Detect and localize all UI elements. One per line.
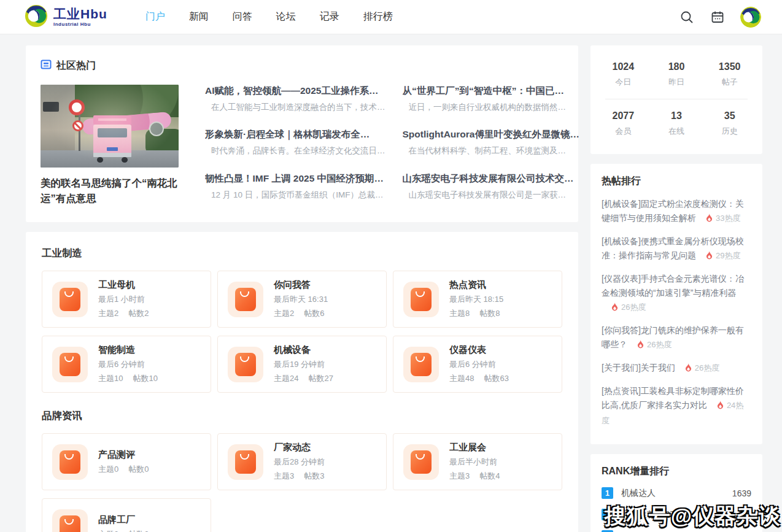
stat-history: 35 历史 (703, 107, 756, 143)
featured-image[interactable] (41, 85, 179, 168)
flame-icon (637, 339, 644, 353)
shopping-bag-icon (228, 444, 263, 480)
calendar-icon[interactable] (710, 9, 726, 25)
forum-card[interactable]: 产品测评 主题0帖数0 (42, 433, 211, 490)
article-item[interactable]: 从“世界工厂”到“智造中枢”：中国已… 近日，一则来自行业权威机构的数据悄然… (403, 85, 579, 118)
forum-card[interactable]: 仪器仪表 最后6 分钟前 主题48帖数63 (393, 336, 562, 393)
page: 工业Hbu Industrial Hbu 门户 新闻 问答 论坛 记录 排行榜 (0, 0, 782, 532)
shopping-bag-icon (403, 282, 439, 317)
nav-item-news[interactable]: 新闻 (189, 10, 209, 23)
flame-icon (717, 399, 724, 414)
hot-posts-rank-card: 热帖排行 [机械设备]固定式粉尘浓度检测仪：关键细节与使用须知全解析33热度 [… (590, 164, 762, 444)
nav-item-portal[interactable]: 门户 (145, 10, 165, 23)
shopping-bag-icon (52, 282, 88, 317)
forum-card[interactable]: 品牌工厂 主题0帖数0 (42, 498, 211, 532)
article-item[interactable]: 山东瑶安电子科技发展有限公司技术交… 山东瑶安电子科技发展有限公司是一家获… (403, 172, 579, 206)
image-light-glow (41, 85, 179, 168)
hot-post-item[interactable]: [机械设备]固定式粉尘浓度检测仪：关键细节与使用须知全解析33热度 (602, 197, 751, 226)
stat-posts: 1350 帖子 (703, 58, 756, 94)
nav-item-records[interactable]: 记录 (320, 10, 339, 23)
forum-card[interactable]: 机械设备 最后19 分钟前 主题24帖数27 (217, 336, 387, 393)
hot-post-item[interactable]: [机械设备]便携式重金属分析仪现场校准：操作指南与常见问题29热度 (602, 234, 751, 264)
community-hot-card: 社区热门 (26, 45, 578, 222)
forum-sections-card: 工业制造 工业母机 最后1 小时前 主题2帖数2 你 (26, 232, 578, 532)
rank-badge: 2 (602, 509, 613, 520)
hot-article-list: AI赋能，智控领航——2025工业操作系… 在人工智能与工业制造深度融合的当下，… (205, 85, 579, 206)
shopping-bag-icon (52, 444, 88, 480)
stat-online: 13 在线 (650, 107, 703, 143)
forum-card[interactable]: 热点资讯 最后昨天 18:15 主题8帖数8 (393, 271, 562, 328)
section-title-brand: 品牌资讯 (42, 409, 562, 423)
rank-row[interactable]: 2 品牌推荐9527 71 (602, 509, 751, 520)
search-icon[interactable] (679, 9, 695, 25)
forum-stats-card: 1024 今日 180 昨日 1350 帖子 2077 (590, 45, 762, 154)
forum-card[interactable]: 你问我答 最后昨天 16:31 主题2帖数6 (217, 271, 387, 328)
shopping-bag-icon (52, 509, 88, 532)
header-actions (679, 7, 761, 28)
rank-badge: 1 (602, 487, 613, 499)
flame-icon (685, 362, 692, 376)
shopping-bag-icon (52, 347, 88, 382)
nav-item-ranking[interactable]: 排行榜 (363, 10, 393, 23)
shopping-bag-icon (228, 347, 263, 382)
hot-rank-title: 热帖排行 (602, 175, 751, 188)
hot-post-item[interactable]: [关于我们]关于我们26热度 (602, 361, 751, 376)
flame-icon (706, 212, 713, 226)
nav-item-forum[interactable]: 论坛 (276, 10, 296, 23)
site-logo[interactable]: 工业Hbu Industrial Hbu (25, 4, 107, 30)
divider (605, 99, 748, 99)
section-title-industrial: 工业制造 (42, 247, 562, 260)
featured-article-title[interactable]: 美的联名马思纯搞了个“南花北运”有点意思 (41, 175, 188, 206)
main-nav: 门户 新闻 问答 论坛 记录 排行榜 (145, 10, 393, 23)
community-hot-title: 社区热门 (56, 60, 96, 72)
nav-item-qa[interactable]: 问答 (233, 10, 252, 23)
logo-icon (25, 4, 48, 30)
forum-card[interactable]: 智能制造 最后6 分钟前 主题10帖数10 (42, 336, 211, 393)
rank-title: RANK增量排行 (602, 465, 751, 478)
stat-members: 2077 会员 (597, 107, 650, 143)
flame-icon (706, 250, 713, 264)
article-item[interactable]: 形象焕新·启程全球｜格林凯瑞发布全… 时代奔涌，品牌长青。在全球经济文化交流日… (205, 128, 385, 162)
shopping-bag-icon (228, 282, 263, 317)
flame-icon (611, 301, 618, 315)
header: 工业Hbu Industrial Hbu 门户 新闻 问答 论坛 记录 排行榜 (0, 0, 782, 34)
hot-post-item[interactable]: [你问我答]龙门铣床的维护保养一般有哪些？26热度 (602, 323, 751, 353)
shopping-bag-icon (403, 347, 439, 382)
brand-title: 工业Hbu (53, 7, 107, 20)
forum-card[interactable]: 工业展会 最后半小时前 主题3帖数4 (393, 433, 562, 490)
forum-grid-industrial: 工业母机 最后1 小时前 主题2帖数2 你问我答 最后昨天 16:31 主题2帖… (42, 271, 562, 393)
forum-card[interactable]: 厂家动态 最后28 分钟前 主题3帖数3 (217, 433, 387, 490)
community-hot-icon (41, 59, 52, 72)
hot-post-item[interactable]: [热点资讯]工装检具非标定制哪家性价比高,优质厂家排名实力对比24热度 (602, 384, 751, 428)
stat-today: 1024 今日 (597, 58, 650, 94)
hot-post-item[interactable]: [仪器仪表]手持式合金元素光谱仪：冶金检测领域的“加速引擎”与精准利器26热度 (602, 272, 751, 315)
shopping-bag-icon (403, 444, 439, 480)
stat-yesterday: 180 昨日 (650, 58, 703, 94)
article-item[interactable]: 韧性凸显！IMF 上调 2025 中国经济预期… 12 月 10 日，国际货币基… (205, 172, 385, 206)
rank-row[interactable]: 1 机械达人 1639 (602, 487, 751, 499)
user-avatar[interactable] (740, 7, 761, 28)
rank-increment-card: RANK增量排行 1 机械达人 1639 2 品牌推荐9527 71 3 adm… (590, 454, 762, 532)
article-item[interactable]: AI赋能，智控领航——2025工业操作系… 在人工智能与工业制造深度融合的当下，… (205, 85, 385, 118)
forum-card[interactable]: 工业母机 最后1 小时前 主题2帖数2 (42, 271, 211, 328)
article-item[interactable]: SpotlightAurora傅里叶变换红外显微镜… 在当代材料科学、制药工程、… (403, 128, 579, 162)
forum-grid-brand: 产品测评 主题0帖数0 厂家动态 最后28 分钟前 主题3帖数3 (42, 433, 562, 532)
brand-subtitle: Industrial Hbu (53, 22, 107, 27)
